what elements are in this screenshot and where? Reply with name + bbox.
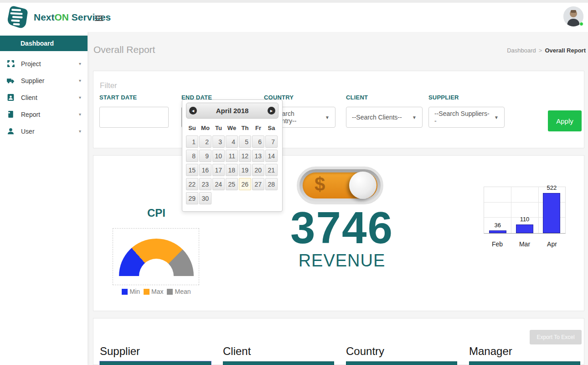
calendar-day-header: Sa: [265, 125, 278, 131]
cpi-gauge-block: CPI MinMaxMean: [113, 207, 200, 295]
calendar-day-27[interactable]: 27: [252, 178, 264, 190]
sidebar-item-project[interactable]: Project ▾: [0, 55, 88, 72]
currency-toggle[interactable]: $: [297, 167, 383, 204]
datepicker-header: ◄ April 2018 ►: [186, 103, 279, 119]
table-column-client: Client: [223, 345, 334, 365]
brand-logo-icon: [6, 5, 30, 29]
calendar-day-17[interactable]: 17: [212, 164, 225, 176]
column-header-bar[interactable]: [469, 361, 580, 365]
toggle-knob[interactable]: [349, 172, 377, 199]
bar-value-label: 110: [511, 216, 538, 223]
column-header: Country: [346, 345, 457, 358]
calendar-day-16[interactable]: 16: [199, 164, 211, 176]
datepicker-grid: 1234567891011121314151617181920212223242…: [186, 136, 279, 204]
datepicker-day-headers: SuMoTuWeThFrSa: [186, 125, 279, 131]
breadcrumb-dashboard[interactable]: Dashboard: [507, 47, 536, 54]
bar-value-label: 36: [484, 222, 511, 229]
apply-button[interactable]: Apply: [548, 110, 582, 131]
calendar-day-19[interactable]: 19: [239, 164, 251, 176]
bar-category-label: Feb: [484, 240, 511, 248]
calendar-day-18[interactable]: 18: [226, 164, 238, 176]
calendar-day-1[interactable]: 1: [186, 136, 198, 148]
revenue-block: 3746 REVENUE: [251, 205, 433, 271]
calendar-day-28[interactable]: 28: [265, 178, 278, 190]
calendar-day-10[interactable]: 10: [212, 150, 225, 162]
sidebar-item-client[interactable]: Client ▾: [0, 89, 88, 106]
calendar-day-13[interactable]: 13: [252, 150, 264, 162]
column-header: Supplier: [100, 345, 211, 358]
chevron-down-icon: ▼: [320, 115, 330, 120]
calendar-day-9[interactable]: 9: [199, 150, 211, 162]
menu-toggle-icon[interactable]: [95, 14, 104, 21]
calendar-day-8[interactable]: 8: [186, 150, 198, 162]
bar-feb: [489, 230, 506, 233]
bar-value-label: 522: [538, 184, 565, 191]
prev-month-icon[interactable]: ◄: [189, 107, 197, 115]
sidebar-item-report[interactable]: Report ▾: [0, 106, 88, 123]
legend-swatch: [167, 289, 173, 295]
table-column-manager: Manager: [469, 345, 580, 365]
calendar-day-2[interactable]: 2: [199, 136, 211, 148]
calendar-day-3[interactable]: 3: [212, 136, 225, 148]
sidebar-item-user[interactable]: User ▾: [0, 123, 88, 140]
calendar-day-12[interactable]: 12: [239, 150, 251, 162]
charts-panel: CPI MinMaxMean $ 3746 REVENUE COMPLETE 3…: [93, 155, 584, 311]
filter-title: Filter: [100, 81, 117, 90]
calendar-day-25[interactable]: 25: [226, 178, 238, 190]
calendar-day-21[interactable]: 21: [265, 164, 278, 176]
sidebar-item-supplier[interactable]: Supplier ▾: [0, 72, 88, 89]
column-header-bar[interactable]: [346, 361, 457, 365]
calendar-day-14[interactable]: 14: [265, 150, 278, 162]
calendar-day-4[interactable]: 4: [226, 136, 238, 148]
calendar-day-20[interactable]: 20: [252, 164, 264, 176]
calendar-day-22[interactable]: 22: [186, 178, 198, 190]
calendar-day-23[interactable]: 23: [199, 178, 211, 190]
start-date-input[interactable]: [99, 107, 169, 128]
calendar-day-5[interactable]: 5: [239, 136, 251, 148]
export-to-excel-button[interactable]: Export To Excel: [530, 330, 582, 344]
legend-item-mean: Mean: [167, 288, 191, 295]
sidebar-item-dashboard[interactable]: Dashboard: [0, 36, 88, 51]
calendar-day-6[interactable]: 6: [252, 136, 264, 148]
column-header-bar[interactable]: [100, 361, 211, 365]
chevron-down-icon[interactable]: ▾: [79, 112, 81, 117]
sidebar-item-label: User: [21, 128, 79, 135]
cpi-gauge-chart: [113, 228, 199, 285]
table-column-supplier: Supplier: [100, 345, 211, 365]
gauge-legend: MinMaxMean: [113, 288, 200, 295]
table-column-country: Country: [346, 345, 457, 365]
datepicker-month-title: April 2018: [216, 107, 249, 115]
calendar-day-11[interactable]: 11: [226, 150, 238, 162]
calendar-day-header: Fr: [252, 125, 264, 131]
chevron-down-icon[interactable]: ▾: [79, 129, 81, 134]
sidebar-item-label: Supplier: [21, 77, 79, 84]
supplier-select[interactable]: --Search Suppliers--▼: [428, 107, 505, 128]
calendar-day-26[interactable]: 26: [239, 178, 251, 190]
sidebar-item-label: Client: [21, 94, 79, 101]
chevron-down-icon[interactable]: ▾: [79, 61, 81, 66]
complete-bar-chart: 36110522: [484, 187, 566, 234]
dollar-icon: $: [315, 173, 325, 195]
supplier-field: SUPPLIER --Search Suppliers--▼: [428, 94, 505, 128]
calendar-day-header: Tu: [212, 125, 225, 131]
main-content: Overall Report Dashboard>Overall Report …: [88, 32, 588, 365]
chevron-down-icon[interactable]: ▾: [79, 78, 81, 83]
revenue-value: 3746: [251, 205, 433, 250]
calendar-day-7[interactable]: 7: [265, 136, 278, 148]
bar-apr: [543, 193, 560, 233]
calendar-day-header: Th: [239, 125, 251, 131]
calendar-day-15[interactable]: 15: [186, 164, 198, 176]
next-month-icon[interactable]: ►: [268, 107, 275, 115]
calendar-day-24[interactable]: 24: [212, 178, 225, 190]
breadcrumb-separator: >: [539, 47, 542, 54]
app-header: NextON Services: [0, 3, 588, 32]
client-label: CLIENT: [346, 94, 423, 101]
legend-item-max: Max: [144, 288, 163, 295]
chevron-down-icon[interactable]: ▾: [79, 95, 81, 100]
column-header-bar[interactable]: [223, 361, 334, 365]
user-avatar[interactable]: [563, 6, 584, 27]
sidebar-item-label: Report: [21, 111, 79, 118]
client-select[interactable]: --Search Clients--▼: [346, 107, 423, 128]
calendar-day-30[interactable]: 30: [199, 192, 211, 204]
calendar-day-29[interactable]: 29: [186, 192, 198, 204]
